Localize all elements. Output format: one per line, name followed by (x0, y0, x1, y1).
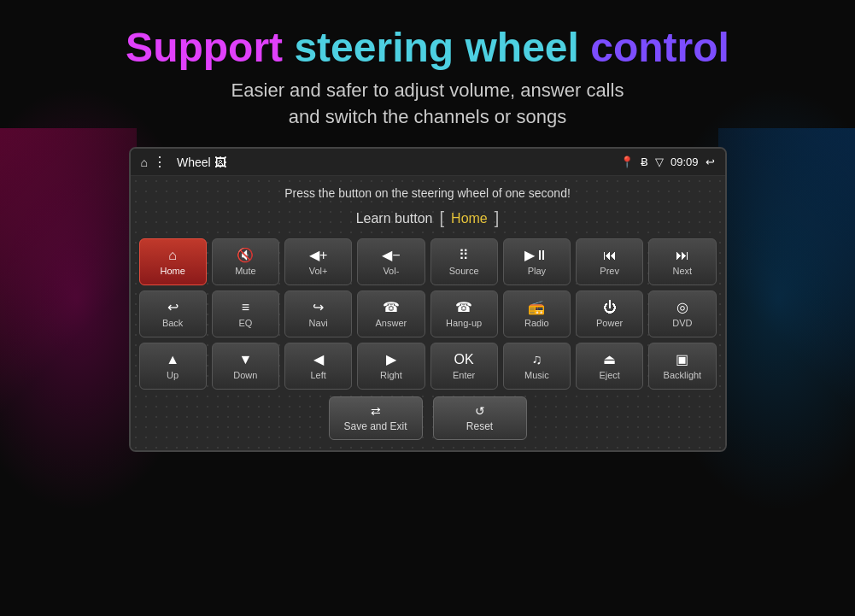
location-icon: 📍 (620, 155, 634, 168)
button-grid: ⌂ Home 🔇 Mute ◀+ Vol+ ◀− Vol- ⠿ Source ▶… (139, 238, 717, 390)
learn-button-row: Learn button [ Home ] (139, 208, 717, 228)
prev-label: Prev (600, 266, 619, 276)
navi-button[interactable]: ↪ Navi (284, 290, 352, 337)
home-label: Home (160, 266, 184, 276)
control-panel: Press the button on the steering wheel o… (131, 176, 725, 450)
time-display: 09:09 (671, 155, 699, 168)
radio-icon: 📻 (528, 301, 545, 314)
source-label: Source (449, 266, 479, 276)
backlight-button[interactable]: ▣ Backlight (648, 343, 716, 390)
reset-button[interactable]: ↺ Reset (433, 396, 527, 440)
answer-icon: ☎ (383, 301, 400, 314)
enter-label: Enter (453, 370, 475, 380)
play-label: Play (528, 266, 546, 276)
back-icon: ↩ (706, 155, 715, 168)
device-screen: ⌂ ⋮ Wheel 🖼 📍 Ƀ ▽ 09:09 ↩ Press the butt… (129, 147, 727, 452)
dvd-label: DVD (672, 318, 692, 328)
up-icon: ▲ (166, 353, 179, 367)
home-button[interactable]: ⌂ Home (139, 238, 207, 285)
back-icon: ↩ (167, 301, 179, 314)
eject-icon: ⏏ (603, 353, 616, 367)
vol-minus-label: Vol- (383, 266, 399, 276)
vol-plus-button[interactable]: ◀+ Vol+ (284, 238, 352, 285)
backlight-label: Backlight (664, 370, 702, 380)
prev-button[interactable]: ⏮ Prev (576, 238, 643, 285)
down-icon: ▼ (238, 353, 252, 367)
mute-label: Mute (235, 266, 255, 276)
left-icon: ◀ (313, 353, 324, 367)
vol-plus-icon: ◀+ (309, 249, 327, 262)
eq-label: EQ (238, 318, 252, 328)
hangup-icon: ☎ (455, 301, 472, 314)
answer-label: Answer (376, 318, 407, 328)
back-button[interactable]: ↩ Back (139, 290, 207, 337)
left-button[interactable]: ◀ Left (284, 343, 352, 390)
eq-icon: ≡ (242, 301, 249, 314)
learn-value: Home (451, 211, 488, 226)
home-icon: ⌂ (168, 249, 177, 262)
radio-button[interactable]: 📻 Radio (503, 290, 571, 337)
enter-button[interactable]: OK Enter (430, 343, 498, 390)
eject-button[interactable]: ⏏ Eject (576, 343, 643, 390)
next-icon: ⏭ (676, 249, 689, 262)
main-content: Support steering wheel control Easier an… (0, 0, 855, 452)
prev-icon: ⏮ (603, 249, 617, 262)
up-button[interactable]: ▲ Up (139, 343, 207, 390)
title-steering: steering (294, 25, 454, 70)
bottom-actions-row: ⇄ Save and Exit ↺ Reset (139, 396, 717, 440)
save-exit-button[interactable]: ⇄ Save and Exit (329, 396, 423, 440)
navi-icon: ↪ (313, 301, 324, 314)
down-button[interactable]: ▼ Down (212, 343, 279, 390)
right-icon: ▶ (386, 353, 396, 367)
right-button[interactable]: ▶ Right (357, 343, 425, 390)
power-label: Power (596, 318, 623, 328)
down-label: Down (233, 370, 257, 380)
vol-minus-button[interactable]: ◀− Vol- (357, 238, 425, 285)
eq-button[interactable]: ≡ EQ (212, 290, 279, 337)
eject-label: Eject (599, 370, 619, 380)
mute-icon: 🔇 (237, 249, 254, 262)
enter-icon: OK (454, 353, 474, 367)
signal-icon: ▽ (655, 155, 664, 168)
radio-label: Radio (524, 318, 549, 328)
source-button[interactable]: ⠿ Source (430, 238, 498, 285)
press-instruction: Press the button on the steering wheel o… (139, 186, 717, 200)
play-button[interactable]: ▶⏸ Play (503, 238, 571, 285)
screen-title: Wheel 🖼 (177, 155, 615, 169)
navi-label: Navi (309, 318, 328, 328)
home-status-icon: ⌂ (141, 155, 148, 169)
dvd-button[interactable]: ◎ DVD (648, 290, 716, 337)
reset-label: Reset (466, 420, 493, 432)
learn-bracket-right: ] (495, 208, 500, 228)
vol-minus-icon: ◀− (382, 249, 400, 262)
save-exit-icon: ⇄ (371, 404, 381, 418)
hangup-button[interactable]: ☎ Hang-up (430, 290, 498, 337)
page-title: Support steering wheel control (126, 26, 729, 71)
menu-dots-icon: ⋮ (153, 154, 168, 170)
music-label: Music (524, 370, 549, 380)
right-label: Right (380, 370, 402, 380)
title-wheel: wheel (466, 25, 579, 70)
hangup-label: Hang-up (446, 318, 482, 328)
mute-button[interactable]: 🔇 Mute (212, 238, 279, 285)
vol-plus-label: Vol+ (309, 266, 328, 276)
learn-label: Learn button (356, 211, 433, 226)
back-label: Back (162, 318, 183, 328)
subtitle: Easier and safer to adjust volume, answe… (231, 78, 624, 131)
play-icon: ▶⏸ (524, 249, 548, 262)
power-button[interactable]: ⏻ Power (576, 290, 643, 337)
up-label: Up (167, 370, 179, 380)
music-button[interactable]: ♫ Music (503, 343, 571, 390)
learn-bracket-left: [ (440, 208, 445, 228)
title-support: Support (126, 25, 283, 70)
left-label: Left (310, 370, 325, 380)
next-button[interactable]: ⏭ Next (648, 238, 716, 285)
status-right: 📍 Ƀ ▽ 09:09 ↩ (620, 155, 715, 168)
reset-icon: ↺ (475, 404, 485, 418)
backlight-icon: ▣ (676, 353, 688, 367)
dvd-icon: ◎ (676, 301, 688, 314)
title-control: control (590, 25, 729, 70)
source-icon: ⠿ (459, 249, 469, 262)
answer-button[interactable]: ☎ Answer (357, 290, 425, 337)
next-label: Next (673, 266, 693, 276)
